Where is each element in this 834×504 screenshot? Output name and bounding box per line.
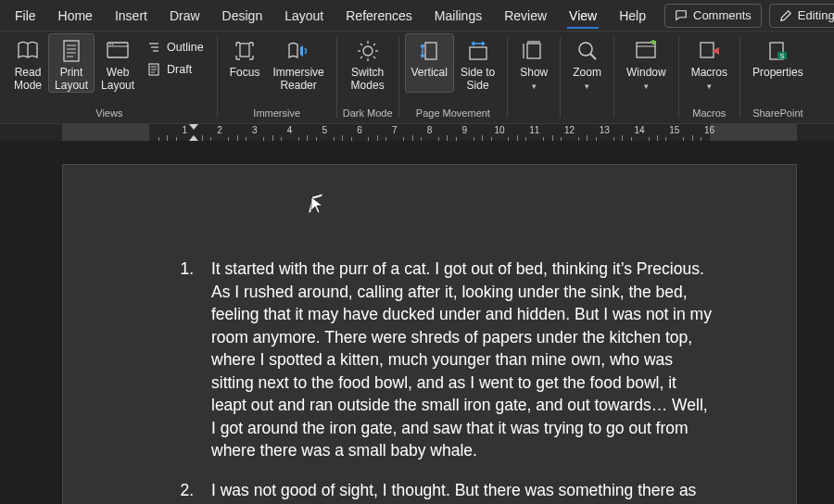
read-mode-icon xyxy=(15,38,41,64)
ribbon-separator xyxy=(739,37,740,118)
svg-point-32 xyxy=(579,43,592,56)
immersive-reader-button[interactable]: ImmersiveReader xyxy=(266,33,330,93)
side-to-side-icon xyxy=(465,38,491,64)
ribbon-separator xyxy=(398,37,399,118)
zoom-label: Zoom▾ xyxy=(573,66,601,93)
switch-modes-label: SwitchModes xyxy=(351,66,385,92)
vertical-button[interactable]: Vertical xyxy=(405,33,454,93)
group-label-macros: Macros xyxy=(692,107,726,123)
side-to-side-button[interactable]: Side toSide xyxy=(454,33,501,93)
editing-mode-button[interactable]: Editing ▾ xyxy=(769,4,834,28)
group-label-views: Views xyxy=(95,107,122,123)
read-mode-label: ReadMode xyxy=(14,66,42,92)
svg-line-24 xyxy=(373,57,375,58)
ribbon-separator xyxy=(217,37,218,118)
outline-button[interactable]: Outline xyxy=(143,37,208,57)
menu-tab-layout[interactable]: Layout xyxy=(273,0,335,32)
svg-rect-34 xyxy=(637,43,655,57)
switch-modes-button[interactable]: SwitchModes xyxy=(345,33,391,93)
outline-label: Outline xyxy=(167,41,204,54)
chevron-down-icon: ▾ xyxy=(644,82,649,91)
draft-icon xyxy=(146,62,161,77)
vertical-label: Vertical xyxy=(411,66,448,92)
focus-button[interactable]: Focus xyxy=(223,33,267,93)
svg-text:S: S xyxy=(780,53,785,59)
web-layout-button[interactable]: WebLayout xyxy=(95,33,141,93)
numbered-list[interactable]: It started with the purr of a cat. I got… xyxy=(198,258,712,504)
document-page[interactable]: It started with the purr of a cat. I got… xyxy=(62,164,797,504)
show-label: Show▾ xyxy=(520,66,548,93)
horizontal-ruler[interactable]: 12345678910111213141516 xyxy=(0,124,834,141)
svg-rect-28 xyxy=(470,47,486,59)
list-item[interactable]: It started with the purr of a cat. I got… xyxy=(198,258,712,462)
print-layout-button[interactable]: PrintLayout xyxy=(48,33,95,93)
immersive-reader-label: ImmersiveReader xyxy=(272,66,323,92)
ribbon-group-views: ReadMode PrintLayout WebLayout xyxy=(6,32,213,123)
window-menu-button[interactable]: Window▾ xyxy=(620,33,673,94)
macros-menu-button[interactable]: Macros▾ xyxy=(685,33,734,94)
group-label-page-movement: Page Movement xyxy=(416,107,490,123)
editing-label: Editing xyxy=(798,8,834,22)
ribbon-group-macros: Macros▾ Macros xyxy=(683,32,736,123)
show-menu-button[interactable]: Show▾ xyxy=(513,33,554,94)
ribbon-group-window: Window▾ xyxy=(618,32,675,123)
svg-point-8 xyxy=(109,44,111,45)
svg-rect-27 xyxy=(425,43,436,59)
properties-icon: S xyxy=(764,38,790,64)
menu-tab-review[interactable]: Review xyxy=(493,0,558,32)
zoom-menu-button[interactable]: Zoom▾ xyxy=(566,33,608,94)
macros-label: Macros▾ xyxy=(691,66,727,93)
comment-icon xyxy=(675,9,688,22)
ribbon-separator xyxy=(678,37,679,118)
group-label-empty xyxy=(645,107,648,123)
menu-tab-home[interactable]: Home xyxy=(47,0,104,32)
list-item[interactable]: I was not good of sight, I thought. But … xyxy=(198,479,712,505)
svg-line-33 xyxy=(590,54,596,59)
print-layout-icon xyxy=(58,38,84,64)
menu-tab-draw[interactable]: Draw xyxy=(158,0,211,32)
comments-button[interactable]: Comments xyxy=(664,4,762,28)
svg-marker-39 xyxy=(712,47,719,55)
menu-bar: FileHomeInsertDrawDesignLayoutReferences… xyxy=(0,0,834,32)
comments-label: Comments xyxy=(693,8,752,22)
svg-point-9 xyxy=(112,44,114,45)
svg-line-23 xyxy=(360,44,362,45)
menu-tab-view[interactable]: View xyxy=(558,0,608,32)
macros-icon xyxy=(696,38,722,64)
svg-rect-17 xyxy=(240,44,249,57)
menu-tab-references[interactable]: References xyxy=(335,0,423,32)
document-body[interactable]: It started with the purr of a cat. I got… xyxy=(193,258,712,504)
print-layout-label: PrintLayout xyxy=(55,66,88,92)
ribbon-separator xyxy=(560,37,561,118)
draft-label: Draft xyxy=(167,63,192,76)
menu-tab-file[interactable]: File xyxy=(4,0,47,32)
chevron-down-icon: ▾ xyxy=(585,82,589,91)
group-label-sharepoint: SharePoint xyxy=(752,107,802,123)
focus-icon xyxy=(232,38,258,64)
menu-tabs: FileHomeInsertDrawDesignLayoutReferences… xyxy=(4,0,657,32)
ribbon-separator xyxy=(507,37,508,118)
group-label-empty xyxy=(586,107,588,123)
web-layout-label: WebLayout xyxy=(101,66,134,92)
ribbon-separator xyxy=(613,37,614,118)
read-mode-button[interactable]: ReadMode xyxy=(7,33,48,93)
outline-icon xyxy=(146,40,161,55)
menu-tab-design[interactable]: Design xyxy=(211,0,274,32)
ribbon-group-dark-mode: SwitchModes Dark Mode xyxy=(341,32,395,123)
draft-button[interactable]: Draft xyxy=(143,59,208,80)
chevron-down-icon: ▾ xyxy=(532,82,537,91)
group-label-dark-mode: Dark Mode xyxy=(343,107,393,123)
menu-tab-help[interactable]: Help xyxy=(608,0,657,32)
menu-tab-insert[interactable]: Insert xyxy=(104,0,158,32)
svg-rect-38 xyxy=(701,43,714,57)
ribbon-group-page-movement: Vertical Side toSide Page Movement xyxy=(403,32,504,123)
properties-button[interactable]: S Properties xyxy=(746,33,810,93)
document-viewport[interactable]: It started with the purr of a cat. I got… xyxy=(0,141,834,504)
views-mini-list: Outline Draft xyxy=(141,33,211,80)
focus-label: Focus xyxy=(230,66,260,92)
svg-line-26 xyxy=(373,44,375,45)
menu-tab-mailings[interactable]: Mailings xyxy=(423,0,493,32)
ribbon-separator xyxy=(336,37,337,118)
svg-rect-29 xyxy=(527,44,540,58)
group-label-immersive: Immersive xyxy=(253,107,300,123)
